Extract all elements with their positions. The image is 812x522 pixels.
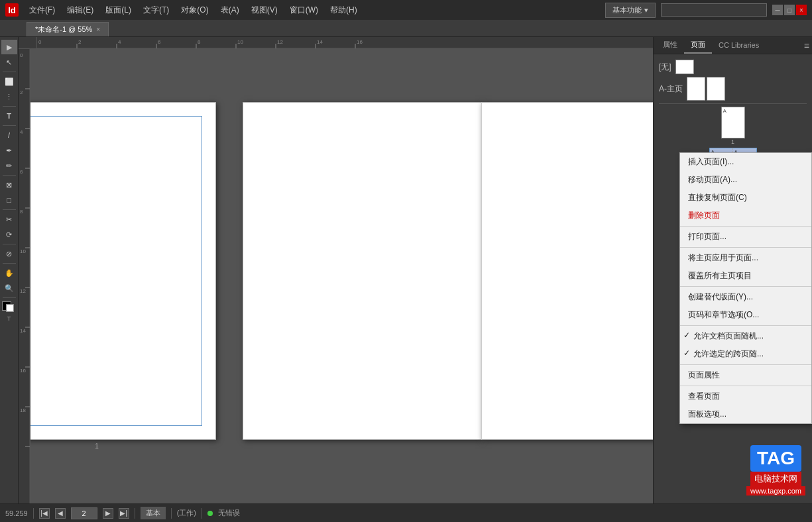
context-menu: 插入页面(I)... 移动页面(A)... 直接复制页面(C) 删除页面 打印页… xyxy=(679,152,812,424)
tab-cc-libraries[interactable]: CC Libraries xyxy=(712,38,766,53)
title-bar: Id 文件(F) 编辑(E) 版面(L) 文字(T) 对象(O) 表(A) 视图… xyxy=(0,0,812,20)
panel-divider xyxy=(659,103,807,104)
line-tool[interactable]: / xyxy=(1,128,17,142)
hand-tool[interactable]: ✋ xyxy=(1,266,17,280)
svg-text:0: 0 xyxy=(38,39,42,45)
ctx-sep-4 xyxy=(680,325,811,326)
menu-view[interactable]: 视图(V) xyxy=(246,2,283,19)
ruler-row: 0 2 4 6 8 10 12 14 16 xyxy=(19,37,653,49)
menu-edit[interactable]: 编辑(E) xyxy=(62,2,99,19)
ctx-apply-master[interactable]: 将主页应用于页面... xyxy=(680,249,811,267)
ctx-allow-shuffle[interactable]: 允许文档页面随机... xyxy=(680,327,811,345)
ctx-sep-3 xyxy=(680,286,811,287)
panel-menu-icon[interactable]: ≡ xyxy=(804,40,809,51)
page-1-thumb-container: A 1 xyxy=(721,107,745,145)
menu-table[interactable]: 表(A) xyxy=(215,2,245,19)
ctx-sep-6 xyxy=(680,386,811,386)
page-1-thumbnail[interactable]: A xyxy=(721,107,745,138)
canvas-area[interactable]: 1 xyxy=(30,49,653,503)
svg-text:8: 8 xyxy=(198,39,201,45)
svg-text:14: 14 xyxy=(317,39,323,45)
svg-text:4: 4 xyxy=(118,39,121,45)
watermark-brand: TAG xyxy=(750,445,801,472)
rect-tool[interactable]: □ xyxy=(1,193,17,207)
svg-text:2: 2 xyxy=(78,39,82,45)
pen-tool[interactable]: ✒ xyxy=(1,143,17,158)
menu-object[interactable]: 对象(O) xyxy=(176,2,213,19)
menu-type[interactable]: 文字(T) xyxy=(138,2,174,19)
menu-help[interactable]: 帮助(H) xyxy=(325,2,363,19)
master-page-left[interactable] xyxy=(687,77,705,101)
svg-text:16: 16 xyxy=(20,368,26,374)
ctx-print-page[interactable]: 打印页面... xyxy=(680,228,811,246)
svg-text:8: 8 xyxy=(20,209,23,215)
svg-text:0: 0 xyxy=(20,52,23,58)
ctx-move-page[interactable]: 移动页面(A)... xyxy=(680,171,811,189)
tab-properties[interactable]: 属性 xyxy=(656,37,684,54)
gap-tool[interactable]: ⋮ xyxy=(1,89,17,104)
cursor-position: 59.259 xyxy=(5,509,28,517)
ctx-sep-1 xyxy=(680,226,811,227)
menu-bar: 文件(F) 编辑(E) 版面(L) 文字(T) 对象(O) 表(A) 视图(V)… xyxy=(24,2,363,19)
page-number-input[interactable] xyxy=(71,507,97,519)
menu-file[interactable]: 文件(F) xyxy=(24,2,60,19)
next-page-button[interactable]: ▶ xyxy=(103,508,113,519)
prev-page-button[interactable]: ◀ xyxy=(55,508,66,519)
menu-window[interactable]: 窗口(W) xyxy=(284,2,323,19)
master-page-right[interactable] xyxy=(707,77,725,101)
fill-stroke[interactable] xyxy=(2,301,17,313)
menu-layout[interactable]: 版面(L) xyxy=(100,2,137,19)
ctx-allow-span[interactable]: 允许选定的跨页随... xyxy=(680,345,811,363)
ctx-panel-options[interactable]: 面板选项... xyxy=(680,405,811,423)
status-sep-2 xyxy=(135,508,135,519)
last-page-button[interactable]: ▶| xyxy=(119,508,129,519)
selection-tool[interactable]: ▶ xyxy=(1,40,17,54)
tool-separator-5 xyxy=(3,209,16,210)
page-1-number: 1 xyxy=(95,443,99,450)
ctx-numbering[interactable]: 页码和章节选项(O... xyxy=(680,306,811,324)
document-tab[interactable]: *未命名-1 @ 55% × xyxy=(27,22,109,36)
type-tool[interactable]: T xyxy=(1,109,17,123)
page-2 xyxy=(243,102,481,440)
mode-toggle: T xyxy=(7,315,11,322)
panel-tabs: 属性 页面 CC Libraries ≡ xyxy=(654,37,812,54)
canvas-content: 1 xyxy=(30,49,653,503)
watermark-site: 电脑技术网 xyxy=(750,472,801,486)
horizontal-ruler: 0 2 4 6 8 10 12 14 16 xyxy=(37,37,653,49)
ctx-insert-page[interactable]: 插入页面(I)... xyxy=(680,153,811,171)
svg-text:6: 6 xyxy=(20,169,23,175)
direct-selection-tool[interactable]: ↖ xyxy=(1,55,17,70)
svg-text:12: 12 xyxy=(277,39,283,45)
tab-close-button[interactable]: × xyxy=(96,26,100,33)
search-input[interactable] xyxy=(661,3,767,17)
tab-pages[interactable]: 页面 xyxy=(684,37,712,54)
zoom-tool[interactable]: 🔍 xyxy=(1,281,17,295)
ctx-duplicate-page[interactable]: 直接复制页面(C) xyxy=(680,189,811,207)
close-button[interactable]: × xyxy=(796,5,807,15)
spread-pages xyxy=(243,102,653,440)
page-3 xyxy=(481,102,653,440)
page-tool[interactable]: ⬜ xyxy=(1,74,17,89)
page-1-master-indicator: A xyxy=(723,108,726,114)
view-mode: 基本 xyxy=(141,507,166,519)
vertical-ruler: 0 2 4 6 8 10 12 14 16 xyxy=(19,49,30,503)
ctx-page-attrs[interactable]: 页面属性 xyxy=(680,366,811,384)
title-bar-left: Id 文件(F) 编辑(E) 版面(L) 文字(T) 对象(O) 表(A) 视图… xyxy=(5,2,363,19)
transform-tool[interactable]: ⟳ xyxy=(1,227,17,242)
watermark: TAG 电脑技术网 www.tagxp.com xyxy=(746,445,805,496)
ctx-delete-page[interactable]: 删除页面 xyxy=(680,207,811,225)
master-none-thumb xyxy=(675,60,694,74)
ctx-view-page[interactable]: 查看页面 xyxy=(680,388,811,405)
pencil-tool[interactable]: ✏ xyxy=(1,158,17,173)
ctx-create-alternate[interactable]: 创建替代版面(Y)... xyxy=(680,288,811,306)
master-none-row: [无] xyxy=(659,60,807,74)
ctx-override-master[interactable]: 覆盖所有主页项目 xyxy=(680,267,811,285)
workspace-button[interactable]: 基本功能 ▾ xyxy=(605,3,656,18)
eyedropper-tool[interactable]: ⊘ xyxy=(1,246,17,261)
page-1-row: A 1 xyxy=(659,107,807,145)
rect-frame-tool[interactable]: ⊠ xyxy=(1,178,17,192)
scissors-tool[interactable]: ✂ xyxy=(1,212,17,227)
minimize-button[interactable]: ─ xyxy=(772,5,783,15)
first-page-button[interactable]: |◀ xyxy=(39,508,50,519)
maximize-button[interactable]: □ xyxy=(784,5,795,15)
